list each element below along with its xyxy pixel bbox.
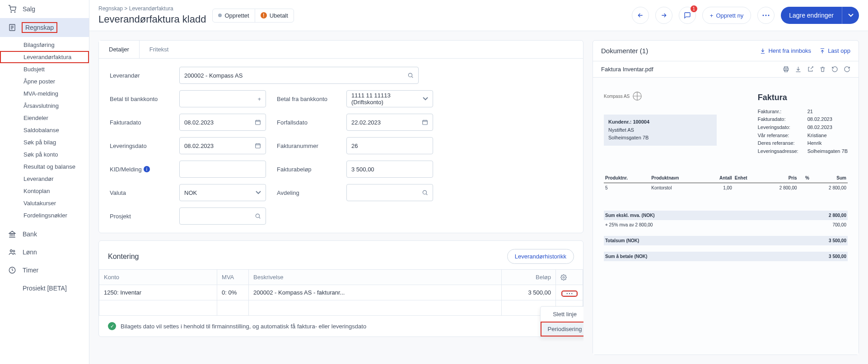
- upload-button[interactable]: Last opp: [819, 47, 850, 54]
- amount-input[interactable]: 3 500,00: [346, 161, 433, 178]
- preview-totals: Sum ekskl. mva. (NOK)2 800,00 + 25% mva …: [604, 211, 848, 261]
- delete-icon[interactable]: [819, 66, 826, 73]
- currency-select[interactable]: NOK: [179, 184, 266, 201]
- pay-from-select[interactable]: 1111 11 11113 (Driftskonto): [346, 90, 433, 107]
- menu-delete[interactable]: Slett linje: [541, 307, 584, 322]
- svg-point-7: [765, 15, 767, 16]
- rotate-right-icon[interactable]: [844, 66, 850, 73]
- invoice-no-input[interactable]: 26: [346, 137, 433, 154]
- search-icon[interactable]: [255, 213, 261, 219]
- sub-mva[interactable]: MVA-melding: [0, 88, 89, 100]
- sidebar-item-bank[interactable]: Bank: [0, 225, 89, 243]
- supplier-input[interactable]: 200002 - Kompass AS: [179, 67, 419, 84]
- calendar-icon[interactable]: [255, 143, 261, 149]
- table-row-empty[interactable]: [99, 300, 583, 316]
- sub-saldobalanse[interactable]: Saldobalanse: [0, 124, 89, 136]
- messages-button[interactable]: 1: [679, 7, 696, 24]
- plus-icon[interactable]: +: [257, 96, 261, 102]
- svg-point-3: [10, 250, 13, 252]
- sub-fordelingsnokler[interactable]: Fordelingsnøkler: [0, 209, 89, 221]
- col-settings[interactable]: [556, 270, 583, 285]
- people-icon: [8, 248, 16, 256]
- sub-valutakurser[interactable]: Valutakurser: [0, 197, 89, 209]
- download-icon[interactable]: [795, 66, 802, 73]
- chip-created: Opprettet: [213, 9, 254, 22]
- back-button[interactable]: [632, 7, 649, 24]
- col-konto: Konto: [99, 270, 217, 285]
- print-icon[interactable]: [783, 66, 789, 73]
- save-button[interactable]: Lagre endringer: [781, 7, 842, 24]
- save-dropdown-button[interactable]: [842, 7, 859, 24]
- kontering-title: Kontering: [108, 253, 139, 261]
- history-button[interactable]: Leverandørhistorikk: [507, 249, 574, 264]
- svg-rect-10: [256, 120, 261, 124]
- sub-bilagsforing[interactable]: Bilagsføring: [0, 39, 89, 51]
- tab-detaljer[interactable]: Detaljer: [99, 41, 140, 58]
- svg-point-16: [566, 293, 567, 294]
- sidebar-item-lonn[interactable]: Lønn: [0, 243, 89, 261]
- status-info: ✓ Bilagets dato vil settes i henhold til…: [99, 316, 583, 336]
- sub-kontoplan[interactable]: Kontoplan: [0, 185, 89, 197]
- header: Regnskap > Leverandørfaktura Leverandørf…: [89, 0, 868, 31]
- page-title: Leverandørfaktura kladd: [98, 14, 206, 25]
- kid-input[interactable]: [179, 161, 266, 178]
- due-date-input[interactable]: 22.02.2023: [346, 114, 433, 131]
- row-dropdown: Slett linje Periodisering: [540, 306, 584, 337]
- delivery-date-input[interactable]: 08.02.2023: [179, 137, 266, 154]
- search-icon[interactable]: [407, 72, 414, 78]
- sub-apne-poster[interactable]: Åpne poster: [0, 75, 89, 88]
- chevron-down-icon: [423, 97, 428, 101]
- col-mva: MVA: [217, 270, 249, 285]
- sidebar-item-timer[interactable]: Timer: [0, 261, 89, 279]
- preview-table: Produktnr. Produktnavn Antall Enhet Pris…: [604, 173, 848, 193]
- row-menu-button[interactable]: Slett linje Periodisering: [562, 291, 577, 296]
- table-row[interactable]: 1250: Inventar 0: 0% 200002 - Kompass AS…: [99, 285, 583, 300]
- sub-arsavslutning[interactable]: Årsavslutning: [0, 100, 89, 112]
- sub-sok-konto[interactable]: Søk på konto: [0, 148, 89, 161]
- calendar-icon[interactable]: [422, 119, 428, 125]
- sidebar-label: Lønn: [23, 249, 37, 256]
- pay-to-input[interactable]: +: [179, 90, 266, 107]
- info-icon[interactable]: i: [144, 166, 150, 172]
- sub-resultat[interactable]: Resultat og balanse: [0, 161, 89, 173]
- more-button[interactable]: [757, 7, 775, 24]
- fetch-inbox-button[interactable]: Hent fra innboks: [760, 47, 811, 54]
- doc-icon: [8, 23, 16, 32]
- sub-eiendeler[interactable]: Eiendeler: [0, 112, 89, 124]
- invoice-date-label: Fakturadato: [110, 119, 168, 126]
- warning-icon: !: [261, 12, 267, 18]
- amount-label: Fakturabeløp: [277, 166, 336, 173]
- sidebar: Salg Regnskap Bilagsføring Leverandørfak…: [0, 0, 89, 364]
- chip-unpaid: !Ubetalt: [255, 9, 294, 22]
- pay-to-label: Betal til bankkonto: [110, 96, 168, 102]
- sidebar-label: Timer: [23, 267, 38, 274]
- clock-icon: [8, 266, 16, 274]
- document-preview: Kompass AS Kundenr.: 100004 Nystiftet AS…: [593, 78, 859, 355]
- sub-leverandor[interactable]: Leverandør: [0, 173, 89, 185]
- tab-fritekst[interactable]: Fritekst: [140, 41, 179, 58]
- sidebar-item-regnskap[interactable]: Regnskap: [0, 18, 89, 37]
- chevron-down-icon: [256, 191, 261, 194]
- preview-customer: Kundenr.: 100004 Nystiftet AS Solheimsga…: [604, 115, 717, 146]
- search-icon[interactable]: [422, 189, 428, 196]
- breadcrumb: Regnskap > Leverandørfaktura: [98, 5, 206, 12]
- svg-point-17: [569, 293, 569, 294]
- sub-leverandorfaktura[interactable]: Leverandørfaktura: [0, 51, 89, 63]
- sub-budsjett[interactable]: Budsjett: [0, 63, 89, 75]
- invoice-date-input[interactable]: 08.02.2023: [179, 114, 266, 131]
- calendar-icon[interactable]: [255, 119, 261, 125]
- currency-label: Valuta: [110, 189, 168, 196]
- sidebar-item-prosjekt[interactable]: Prosiekt [BETA]: [0, 279, 89, 297]
- pay-from-label: Betal fra bankkonto: [277, 96, 336, 102]
- menu-periodisering[interactable]: Periodisering: [541, 322, 584, 336]
- svg-point-6: [763, 15, 764, 16]
- department-input[interactable]: [346, 184, 433, 201]
- forward-button[interactable]: [655, 7, 672, 24]
- create-button[interactable]: +Opprett ny: [702, 7, 751, 24]
- project-input[interactable]: [179, 207, 266, 225]
- sub-sok-bilag[interactable]: Søk på bilag: [0, 136, 89, 148]
- kid-label: KID/Meldingi: [110, 166, 168, 173]
- rotate-left-icon[interactable]: [831, 66, 838, 73]
- sidebar-item-salg[interactable]: Salg: [0, 0, 89, 18]
- open-icon[interactable]: [807, 66, 814, 73]
